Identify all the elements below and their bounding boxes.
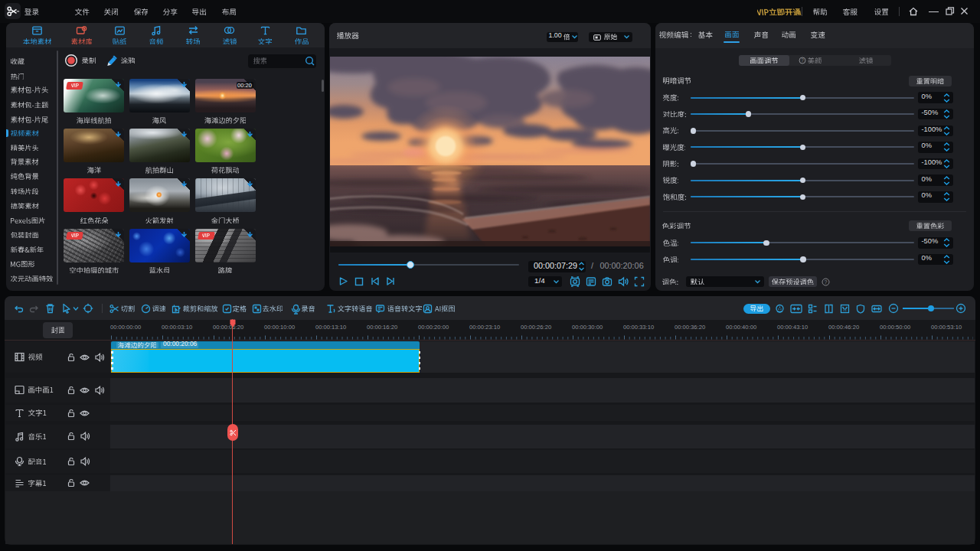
svg-text:?: ? <box>825 279 828 285</box>
svg-text:?: ? <box>801 57 804 63</box>
